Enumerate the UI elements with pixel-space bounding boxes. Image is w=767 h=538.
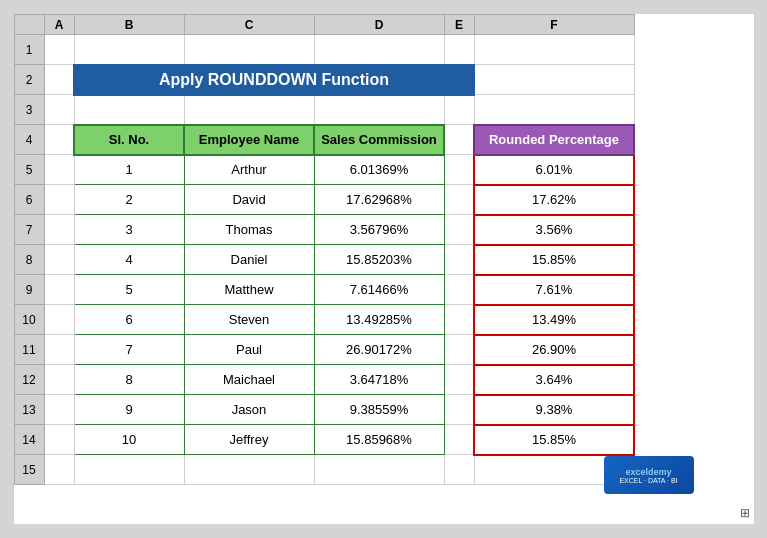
- cell-rounded-13: 9.38%: [474, 395, 634, 425]
- cell-row1-3: [314, 35, 444, 65]
- row-header-3: 3: [14, 95, 44, 125]
- cell-rounded-10: 13.49%: [474, 305, 634, 335]
- cell-e7: [444, 215, 474, 245]
- cell-commission-13: 9.38559%: [314, 395, 444, 425]
- cell-name-13: Jason: [184, 395, 314, 425]
- cell-a9: [44, 275, 74, 305]
- grid-container: ABCDEF12Apply ROUNDDOWN Function34Sl. No…: [14, 14, 754, 524]
- cell-e13: [444, 395, 474, 425]
- cell-e4: [444, 125, 474, 155]
- cell-name-9: Matthew: [184, 275, 314, 305]
- cell-row1-4: [444, 35, 474, 65]
- cell-commission-12: 3.64718%: [314, 365, 444, 395]
- cell-name-12: Maichael: [184, 365, 314, 395]
- cell-e12: [444, 365, 474, 395]
- cell-a14: [44, 425, 74, 455]
- col-header-F: F: [474, 15, 634, 35]
- row-header-2: 2: [14, 65, 44, 95]
- cell-row3-0: [44, 95, 74, 125]
- cell-row3-5: [474, 95, 634, 125]
- row-header-12: 12: [14, 365, 44, 395]
- cell-sl-8: 4: [74, 245, 184, 275]
- cell-f2: [474, 65, 634, 95]
- cell-sl-5: 1: [74, 155, 184, 185]
- col-header-D: D: [314, 15, 444, 35]
- cell-commission-5: 6.01369%: [314, 155, 444, 185]
- cell-e8: [444, 245, 474, 275]
- cell-e10: [444, 305, 474, 335]
- cell-row3-2: [184, 95, 314, 125]
- col-header-B: B: [74, 15, 184, 35]
- cell-a11: [44, 335, 74, 365]
- cell-e9: [444, 275, 474, 305]
- row-header-5: 5: [14, 155, 44, 185]
- cell-a2: [44, 65, 74, 95]
- cell-row15-1: [74, 455, 184, 485]
- cell-row15-0: [44, 455, 74, 485]
- cell-e14: [444, 425, 474, 455]
- cell-commission-7: 3.56796%: [314, 215, 444, 245]
- cell-e11: [444, 335, 474, 365]
- cell-row1-2: [184, 35, 314, 65]
- cell-name-10: Steven: [184, 305, 314, 335]
- cell-rounded-6: 17.62%: [474, 185, 634, 215]
- cell-sl-11: 7: [74, 335, 184, 365]
- row-header-13: 13: [14, 395, 44, 425]
- cell-name-6: David: [184, 185, 314, 215]
- row-header-9: 9: [14, 275, 44, 305]
- cell-name-14: Jeffrey: [184, 425, 314, 455]
- cell-sl-12: 8: [74, 365, 184, 395]
- row-header-10: 10: [14, 305, 44, 335]
- cell-rounded-5: 6.01%: [474, 155, 634, 185]
- cell-a4: [44, 125, 74, 155]
- watermark-name: exceldemy: [625, 467, 671, 477]
- row-header-6: 6: [14, 185, 44, 215]
- cell-commission-11: 26.90172%: [314, 335, 444, 365]
- cell-rounded-8: 15.85%: [474, 245, 634, 275]
- cell-a8: [44, 245, 74, 275]
- cell-commission-6: 17.62968%: [314, 185, 444, 215]
- watermark-tagline: EXCEL · DATA · BI: [619, 477, 677, 484]
- cell-a7: [44, 215, 74, 245]
- cell-sl-14: 10: [74, 425, 184, 455]
- cell-sl-13: 9: [74, 395, 184, 425]
- cell-commission-10: 13.49285%: [314, 305, 444, 335]
- cell-sl-6: 2: [74, 185, 184, 215]
- cell-sl-10: 6: [74, 305, 184, 335]
- cell-rounded-9: 7.61%: [474, 275, 634, 305]
- row-header-14: 14: [14, 425, 44, 455]
- header-rounded-percentage: Rounded Percentage: [474, 125, 634, 155]
- cell-a13: [44, 395, 74, 425]
- cell-sl-7: 3: [74, 215, 184, 245]
- cell-a12: [44, 365, 74, 395]
- cell-commission-9: 7.61466%: [314, 275, 444, 305]
- cell-name-8: Daniel: [184, 245, 314, 275]
- cell-rounded-12: 3.64%: [474, 365, 634, 395]
- cell-a10: [44, 305, 74, 335]
- cell-commission-14: 15.85968%: [314, 425, 444, 455]
- row-header-7: 7: [14, 215, 44, 245]
- row-header-15: 15: [14, 455, 44, 485]
- col-header-A: A: [44, 15, 74, 35]
- cell-rounded-14: 15.85%: [474, 425, 634, 455]
- cell-rounded-11: 26.90%: [474, 335, 634, 365]
- row-header-11: 11: [14, 335, 44, 365]
- cell-row1-5: [474, 35, 634, 65]
- cell-name-7: Thomas: [184, 215, 314, 245]
- cell-a6: [44, 185, 74, 215]
- header-sl-no: Sl. No.: [74, 125, 184, 155]
- title: Apply ROUNDDOWN Function: [74, 65, 474, 95]
- row-header-1: 1: [14, 35, 44, 65]
- col-header-C: C: [184, 15, 314, 35]
- cell-row1-0: [44, 35, 74, 65]
- header-sales-commission: Sales Commission: [314, 125, 444, 155]
- cell-row3-1: [74, 95, 184, 125]
- resize-icon[interactable]: ⊞: [740, 506, 750, 520]
- cell-rounded-7: 3.56%: [474, 215, 634, 245]
- cell-e6: [444, 185, 474, 215]
- row-header-8: 8: [14, 245, 44, 275]
- watermark: exceldemyEXCEL · DATA · BI: [604, 456, 694, 494]
- cell-a5: [44, 155, 74, 185]
- cell-commission-8: 15.85203%: [314, 245, 444, 275]
- cell-name-5: Arthur: [184, 155, 314, 185]
